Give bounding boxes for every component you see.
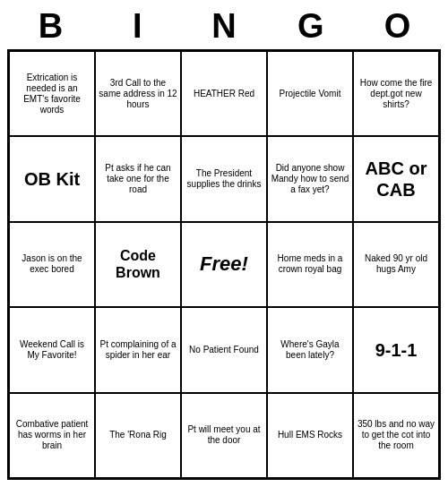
bingo-cell-3: Projectile Vomit [267, 51, 353, 136]
bingo-cell-13: Home meds in a crown royal bag [267, 222, 353, 307]
title-n: N [181, 7, 268, 46]
bingo-cell-15: Weekend Call is My Favorite! [9, 307, 95, 392]
bingo-cell-17: No Patient Found [181, 307, 267, 392]
bingo-cell-8: Did anyone show Mandy how to send a fax … [267, 136, 353, 221]
bingo-cell-20: Combative patient has worms in her brain [9, 393, 95, 478]
title-g: G [267, 7, 354, 46]
bingo-cell-18: Where's Gayla been lately? [267, 307, 353, 392]
bingo-grid: Extrication is needed is an EMT's favori… [7, 49, 441, 480]
title-b: B [7, 7, 94, 46]
bingo-cell-11: Code Brown [95, 222, 181, 307]
bingo-cell-22: Pt will meet you at the door [181, 393, 267, 478]
bingo-cell-24: 350 lbs and no way to get the cot into t… [353, 393, 439, 478]
bingo-cell-1: 3rd Call to the same address in 12 hours [95, 51, 181, 136]
title-o: O [354, 7, 441, 46]
bingo-title: B I N G O [7, 7, 441, 46]
bingo-cell-12: Free! [181, 222, 267, 307]
bingo-cell-10: Jason is on the exec bored [9, 222, 95, 307]
bingo-cell-4: How come the fire dept.got new shirts? [353, 51, 439, 136]
bingo-cell-23: Hull EMS Rocks [267, 393, 353, 478]
bingo-cell-7: The President supplies the drinks [181, 136, 267, 221]
bingo-cell-19: 9-1-1 [353, 307, 439, 392]
bingo-cell-0: Extrication is needed is an EMT's favori… [9, 51, 95, 136]
bingo-cell-6: Pt asks if he can take one for the road [95, 136, 181, 221]
bingo-cell-14: Naked 90 yr old hugs Amy [353, 222, 439, 307]
bingo-cell-5: OB Kit [9, 136, 95, 221]
bingo-cell-21: The 'Rona Rig [95, 393, 181, 478]
bingo-cell-16: Pt complaining of a spider in her ear [95, 307, 181, 392]
bingo-cell-2: HEATHER Red [181, 51, 267, 136]
title-i: I [94, 7, 181, 46]
bingo-cell-9: ABC or CAB [353, 136, 439, 221]
